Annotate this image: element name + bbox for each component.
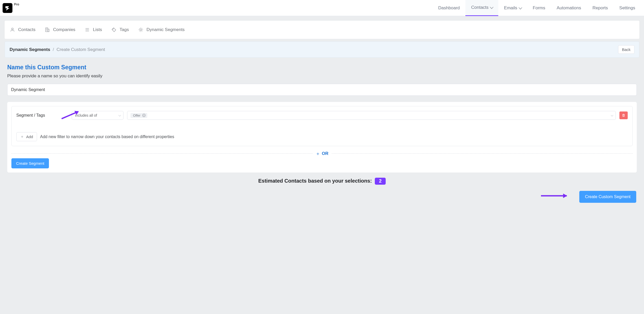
nav-forms-label: Forms: [533, 5, 545, 11]
subtab-dynamic-segments-label: Dynamic Segments: [147, 27, 185, 32]
list-icon: [85, 27, 90, 32]
filter-group: Segment / Tags includes all of Offer ✕: [11, 106, 633, 146]
create-segment-button[interactable]: Create Segment: [11, 158, 49, 168]
subtab-contacts-label: Contacts: [18, 27, 35, 32]
nav-emails-label: Emails: [504, 5, 517, 11]
tag-chip-remove[interactable]: ✕: [142, 114, 146, 117]
estimate-count-badge: 2: [375, 178, 386, 185]
add-filter-row: ＋ Add Add new filter to narrow down your…: [16, 132, 628, 141]
section-title: Name this Custom Segment: [7, 64, 637, 71]
breadcrumb-bar: Dynamic Segments / Create Custom Segment…: [5, 41, 639, 58]
footer-actions: Create Custom Segment: [7, 191, 637, 203]
breadcrumb-sep: /: [53, 47, 54, 52]
nav-reports[interactable]: Reports: [587, 0, 614, 16]
add-filter-label: Add: [26, 134, 33, 139]
estimate-text: Estimated Contacts based on your selecti…: [258, 178, 372, 184]
subtab-lists[interactable]: Lists: [85, 27, 102, 32]
add-filter-button[interactable]: ＋ Add: [16, 132, 37, 141]
filter-card: Segment / Tags includes all of Offer ✕: [7, 102, 637, 173]
brand-logo-icon: [4, 5, 11, 11]
nav-settings-label: Settings: [619, 5, 635, 11]
brand-pro-label: Pro: [14, 3, 19, 6]
breadcrumb-root[interactable]: Dynamic Segments: [10, 47, 50, 52]
trash-icon: [622, 114, 625, 117]
operator-select[interactable]: includes all of: [72, 111, 123, 120]
subtab-dynamic-segments[interactable]: Dynamic Segments: [138, 27, 185, 32]
chevron-down-icon: [611, 114, 613, 116]
contacts-subtabs: Contacts Companies Lists Tags Dynamic Se…: [5, 21, 639, 39]
tag-select[interactable]: Offer ✕: [127, 111, 616, 120]
nav-reports-label: Reports: [592, 5, 608, 11]
section-subtitle: Please provide a name so you can identif…: [7, 73, 637, 79]
or-divider: ＋ OR: [11, 153, 633, 154]
tag-icon: [111, 27, 116, 32]
chevron-down-icon: [519, 6, 522, 9]
chevron-down-icon: [119, 114, 121, 116]
nav-dashboard-label: Dashboard: [438, 5, 460, 11]
segment-name-input[interactable]: [7, 84, 637, 96]
chevron-down-icon: [490, 5, 494, 9]
subtab-tags[interactable]: Tags: [111, 27, 129, 32]
annotation-arrow: [541, 192, 572, 200]
gear-icon: [138, 27, 143, 32]
breadcrumb-current: Create Custom Segment: [57, 47, 105, 52]
or-label: OR: [322, 151, 328, 156]
nav-emails[interactable]: Emails: [498, 0, 527, 16]
user-icon: [10, 27, 15, 32]
filter-row: Segment / Tags includes all of Offer ✕: [16, 111, 628, 120]
nav-forms[interactable]: Forms: [527, 0, 551, 16]
nav-contacts[interactable]: Contacts: [465, 0, 498, 16]
building-icon: [45, 27, 50, 32]
nav-settings[interactable]: Settings: [614, 0, 641, 16]
subtab-contacts[interactable]: Contacts: [10, 27, 35, 32]
nav-automations[interactable]: Automations: [551, 0, 587, 16]
brand-block: Pro: [3, 3, 19, 13]
estimate-row: Estimated Contacts based on your selecti…: [7, 178, 637, 185]
breadcrumb: Dynamic Segments / Create Custom Segment: [10, 47, 105, 52]
filter-field-label: Segment / Tags: [16, 113, 68, 118]
subtab-companies[interactable]: Companies: [45, 27, 75, 32]
add-filter-hint: Add new filter to narrow down your conta…: [40, 134, 174, 139]
svg-point-10: [140, 29, 142, 31]
nav-contacts-label: Contacts: [471, 5, 488, 10]
nav-dashboard[interactable]: Dashboard: [433, 0, 465, 16]
svg-marker-14: [563, 194, 567, 198]
top-nav: Pro Dashboard Contacts Emails Forms Auto…: [0, 0, 644, 16]
brand-logo[interactable]: [3, 3, 12, 13]
tag-chip-label: Offer: [133, 114, 141, 117]
back-button[interactable]: Back: [618, 45, 634, 54]
tag-chip: Offer ✕: [130, 113, 147, 118]
nav-automations-label: Automations: [557, 5, 581, 11]
svg-rect-1: [46, 28, 48, 32]
plus-icon: ＋: [316, 151, 320, 157]
subtab-tags-label: Tags: [120, 27, 129, 32]
plus-icon: ＋: [20, 134, 24, 139]
delete-filter-button[interactable]: [619, 111, 628, 119]
svg-point-9: [113, 28, 113, 29]
create-custom-segment-button[interactable]: Create Custom Segment: [579, 191, 636, 203]
svg-rect-2: [48, 29, 49, 32]
subtab-lists-label: Lists: [93, 27, 102, 32]
add-or-group-button[interactable]: ＋ OR: [312, 151, 332, 157]
svg-point-0: [12, 28, 13, 30]
subtab-companies-label: Companies: [53, 27, 75, 32]
operator-select-value: includes all of: [75, 113, 97, 117]
